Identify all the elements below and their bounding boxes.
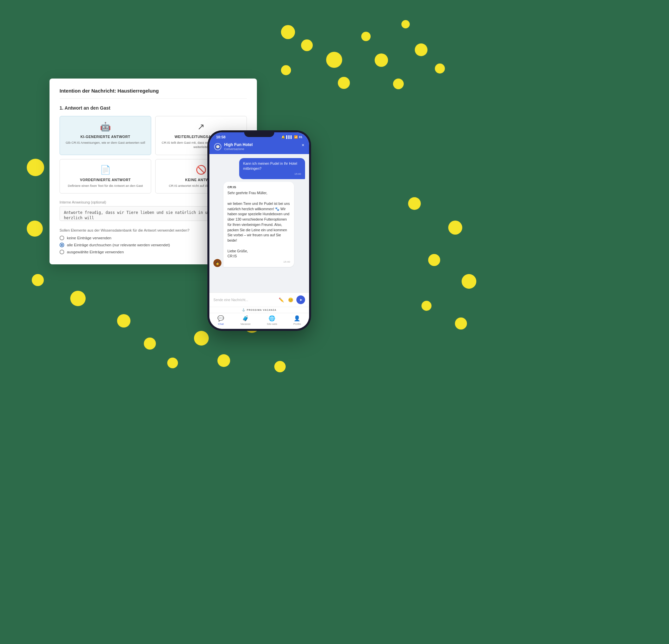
section-title: 1. Antwort an den Gast (59, 105, 247, 111)
decorative-dot (281, 25, 295, 39)
phone-mockup: 10:58 🔔 ▌▌▌ 📶 81 💬 High Fun Hotel Conver… (208, 130, 311, 331)
decorative-dot (393, 78, 404, 89)
decorative-dot (375, 54, 388, 67)
message-bubble-right: Kann ich meinen Pudel in Ihr Hotel mitbr… (239, 158, 305, 179)
message-text: Kann ich meinen Pudel in Ihr Hotel mitbr… (243, 161, 301, 171)
phone-outer: 10:58 🔔 ▌▌▌ 📶 81 💬 High Fun Hotel Conver… (208, 130, 311, 331)
radio-label: keine Einträge verwenden (67, 236, 111, 240)
battery-text: 81 (299, 135, 302, 139)
bottom-nav: 💬 Chat 🧳 Vacanze 🌐 Sito web 👤 Profilo (209, 313, 309, 329)
decorative-dot (422, 301, 431, 311)
decorative-dot (32, 274, 44, 286)
signal-icon: ▌▌▌ (286, 135, 293, 139)
nav-item-sito web[interactable]: 🌐 Sito web (267, 315, 277, 325)
decorative-dot (274, 361, 286, 372)
nav-item-profilo[interactable]: 👤 Profilo (293, 315, 301, 325)
message-time: 15:40 (243, 172, 301, 176)
nav-icon-chat: 💬 (217, 315, 224, 322)
chat-input[interactable]: Sende eine Nachricht... (213, 298, 276, 302)
decorative-dot (428, 254, 440, 266)
option-ki-generiert[interactable]: 🤖 KI-GENERIERTE ANTWORT Gib CR:IS Anweis… (59, 116, 151, 155)
decorative-dot (144, 338, 156, 350)
nav-icon-vacanze: 🧳 (242, 315, 249, 322)
input-icons: ✏️ 😊 ➤ (277, 295, 305, 304)
chat-header-left: 💬 High Fun Hotel Conversazione (214, 142, 253, 151)
send-button[interactable]: ➤ (296, 295, 305, 304)
option-title: VORDEFINIERTE ANTWORT (80, 178, 131, 182)
decorative-dot (194, 331, 209, 346)
option-icon: 🤖 (100, 122, 111, 132)
message-time: 15:40 (227, 260, 290, 264)
option-icon: 🚫 (196, 165, 207, 175)
wifi-icon: 📶 (294, 135, 298, 139)
decorative-dot (361, 32, 371, 41)
nav-icon-sito web: 🌐 (269, 315, 275, 322)
option-title: KI-GENERIERTE ANTWORT (81, 135, 130, 139)
messages-area: Kann ich meinen Pudel in Ihr Hotel mitbr… (209, 154, 309, 292)
card-title: Intention der Nachricht: Haustierregelun… (59, 88, 247, 99)
avatar: 👩 (213, 259, 222, 267)
option-icon: 📄 (100, 165, 111, 175)
chat-close-button[interactable]: × (302, 142, 304, 148)
nav-item-chat[interactable]: 💬 Chat (217, 315, 224, 325)
decorative-dot (27, 221, 43, 237)
input-area: Sende eine Nachricht... ✏️ 😊 ➤ (209, 292, 309, 307)
decorative-dot (461, 274, 476, 289)
option-icon: ↗ (197, 122, 205, 132)
nav-label: Vacanze (241, 322, 251, 325)
status-time: 10:58 (216, 135, 226, 139)
nav-icon-profilo: 👤 (294, 315, 300, 322)
nav-label: Sito web (267, 322, 277, 325)
emoji-icon[interactable]: 😊 (287, 296, 294, 304)
decorative-dot (455, 318, 467, 330)
phone-screen: 10:58 🔔 ▌▌▌ 📶 81 💬 High Fun Hotel Conver… (209, 132, 309, 329)
edit-icon[interactable]: ✏️ (277, 296, 285, 304)
decorative-dot (338, 77, 350, 89)
decorative-dot (70, 291, 86, 306)
chat-header-icon: 💬 (214, 143, 222, 150)
message-left-container: 👩 CR:IS Sehr geehrte Frau Müller,wir lie… (213, 182, 294, 267)
decorative-dot (27, 159, 44, 176)
radio-circle (59, 236, 64, 240)
radio-label: alle Einträge durchsuchen (nur relevante… (67, 243, 170, 247)
decorative-dot (448, 221, 462, 235)
radio-circle (59, 243, 64, 247)
option-desc: Definiere einen fixen Text für die Antwo… (68, 184, 143, 188)
chat-subtitle: Conversazione (224, 147, 253, 151)
chat-hotel-info: High Fun Hotel Conversazione (224, 142, 253, 151)
option-desc: Gib CR:IS Anweisungen, wie er dem Gast a… (66, 140, 145, 145)
phone-notch (244, 132, 274, 137)
decorative-dot (415, 43, 427, 56)
chat-hotel-name: High Fun Hotel (224, 142, 253, 147)
chat-header: 💬 High Fun Hotel Conversazione × (209, 140, 309, 154)
message-bubble-left: CR:IS Sehr geehrte Frau Müller,wir liebe… (224, 182, 294, 267)
option-vordefinierte[interactable]: 📄 VORDEFINIERTE ANTWORT Definiere einen … (59, 159, 151, 193)
status-icons: 🔔 ▌▌▌ 📶 81 (281, 135, 302, 139)
bell-icon: 🔔 (281, 135, 285, 139)
nav-item-vacanze[interactable]: 🧳 Vacanze (241, 315, 251, 325)
decorative-dot (326, 52, 342, 68)
nav-label: Chat (218, 322, 224, 325)
message-text: Sehr geehrte Frau Müller,wir lieben Tier… (227, 190, 290, 259)
decorative-dot (217, 354, 230, 367)
decorative-dot (435, 63, 445, 74)
prossima-logo-icon: ⚓ (242, 308, 245, 311)
decorative-dot (301, 40, 313, 51)
decorative-dot (408, 197, 421, 210)
nav-label: Profilo (293, 322, 301, 325)
message-sender: CR:IS (227, 185, 290, 190)
decorative-dot (117, 314, 130, 327)
decorative-dot (401, 20, 410, 28)
prossima-label: PROSSIMA VACANZA (247, 309, 276, 311)
radio-label: ausgewählte Einträge verwenden (67, 250, 124, 254)
decorative-dot (281, 65, 291, 75)
radio-circle (59, 250, 64, 254)
prossima-bar: ⚓ PROSSIMA VACANZA (209, 307, 309, 313)
decorative-dot (167, 357, 178, 368)
